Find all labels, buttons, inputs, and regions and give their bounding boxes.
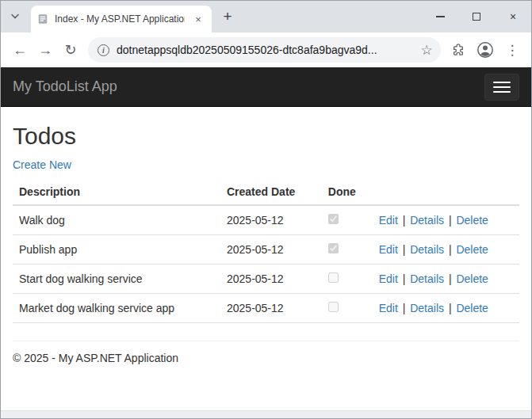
column-header-done: Done	[322, 179, 373, 205]
tab-title: Index - My ASP.NET Application	[55, 13, 185, 25]
back-button[interactable]: ←	[7, 37, 33, 63]
extensions-puzzle-icon	[451, 43, 465, 57]
action-separator: |	[446, 272, 454, 285]
table-row: Market dog walking service app 2025-05-1…	[13, 294, 519, 323]
tab-close-icon[interactable]: ×	[191, 12, 205, 26]
minimize-icon	[436, 16, 445, 17]
table-row: Walk dog 2025-05-12 Edit | Details | Del…	[13, 205, 519, 235]
edit-link[interactable]: Edit	[379, 214, 398, 227]
window-bottom-edge	[1, 410, 531, 418]
footer-divider	[13, 341, 519, 341]
details-link[interactable]: Details	[410, 272, 444, 285]
browser-window: Index - My ASP.NET Application × + × ← →…	[0, 0, 532, 419]
browser-menu-button[interactable]: ⋮	[499, 37, 525, 63]
done-checkbox	[328, 302, 339, 312]
close-window-button[interactable]: ×	[495, 1, 531, 32]
column-header-description: Description	[13, 179, 220, 205]
browser-toolbar: ← → ↻ i dotnetappsqldb20250509155026-dtc…	[1, 32, 531, 67]
action-separator: |	[446, 302, 454, 314]
delete-link[interactable]: Delete	[456, 272, 488, 285]
main-content: Todos Create New Description Created Dat…	[1, 107, 531, 410]
todo-description: Publish app	[13, 235, 220, 265]
navbar-hamburger-button[interactable]	[484, 74, 519, 101]
action-separator: |	[400, 272, 408, 285]
action-separator: |	[446, 243, 454, 256]
done-checkbox	[328, 272, 339, 283]
table-row: Start dog walking service 2025-05-12 Edi…	[13, 265, 519, 294]
edit-link[interactable]: Edit	[379, 243, 398, 256]
new-tab-button[interactable]: +	[216, 6, 239, 28]
toolbar-right-icons: ⋮	[446, 37, 525, 63]
create-new-link[interactable]: Create New	[13, 158, 71, 171]
bookmark-star-icon[interactable]: ☆	[415, 39, 438, 61]
delete-link[interactable]: Delete	[456, 243, 488, 256]
details-link[interactable]: Details	[410, 243, 444, 256]
todo-done-cell	[322, 205, 373, 235]
todo-done-cell	[322, 235, 373, 265]
forward-button[interactable]: →	[33, 37, 58, 63]
todo-done-cell	[322, 265, 373, 294]
maximize-button[interactable]	[458, 1, 495, 32]
web-page: My TodoList App Todos Create New Descrip…	[1, 67, 531, 410]
todo-created-date: 2025-05-12	[220, 294, 322, 323]
site-info-icon[interactable]: i	[98, 44, 109, 56]
todo-actions-cell: Edit | Details | Delete	[373, 205, 519, 235]
hamburger-icon	[493, 82, 511, 93]
column-header-actions	[373, 179, 519, 205]
todo-table-body: Walk dog 2025-05-12 Edit | Details | Del…	[13, 205, 519, 323]
done-checkbox	[328, 214, 339, 224]
done-checkbox	[328, 243, 339, 253]
todo-done-cell	[322, 294, 373, 323]
navbar-brand[interactable]: My TodoList App	[13, 78, 117, 95]
todo-description: Walk dog	[13, 205, 220, 235]
table-header-row: Description Created Date Done	[13, 179, 519, 205]
footer-text: © 2025 - My ASP.NET Application	[13, 352, 519, 364]
todo-table: Description Created Date Done Walk dog 2…	[13, 179, 519, 323]
delete-link[interactable]: Delete	[456, 214, 488, 227]
minimize-button[interactable]	[422, 1, 458, 32]
todo-created-date: 2025-05-12	[220, 265, 322, 294]
todo-created-date: 2025-05-12	[220, 235, 322, 265]
url-text[interactable]: dotnetappsqldb20250509155026-dtc8afa9bag…	[117, 44, 415, 56]
site-navbar: My TodoList App	[1, 67, 531, 107]
action-separator: |	[400, 243, 408, 256]
reload-button[interactable]: ↻	[58, 37, 83, 63]
delete-link[interactable]: Delete	[456, 302, 488, 314]
address-bar[interactable]: i dotnetappsqldb20250509155026-dtc8afa9b…	[88, 37, 441, 63]
action-separator: |	[446, 214, 454, 227]
maximize-icon	[473, 13, 480, 21]
todo-actions-cell: Edit | Details | Delete	[373, 294, 519, 323]
edit-link[interactable]: Edit	[379, 302, 398, 314]
profile-button[interactable]	[473, 37, 498, 63]
details-link[interactable]: Details	[410, 214, 444, 227]
tab-search-chevron-button[interactable]	[6, 7, 25, 26]
todo-created-date: 2025-05-12	[220, 205, 322, 235]
todo-description: Start dog walking service	[13, 265, 220, 294]
tab-strip: Index - My ASP.NET Application × + ×	[1, 1, 531, 32]
edit-link[interactable]: Edit	[379, 272, 398, 285]
page-title: Todos	[13, 123, 519, 150]
todo-actions-cell: Edit | Details | Delete	[373, 265, 519, 294]
extensions-button[interactable]	[446, 37, 471, 63]
profile-avatar-icon	[477, 41, 494, 59]
details-link[interactable]: Details	[410, 302, 444, 314]
todo-actions-cell: Edit | Details | Delete	[373, 235, 519, 265]
action-separator: |	[400, 302, 408, 314]
table-row: Publish app 2025-05-12 Edit | Details | …	[13, 235, 519, 265]
action-separator: |	[400, 214, 408, 227]
todo-description: Market dog walking service app	[13, 294, 220, 323]
column-header-created-date: Created Date	[220, 179, 322, 205]
site-footer: © 2025 - My ASP.NET Application	[13, 352, 519, 364]
browser-tab[interactable]: Index - My ASP.NET Application ×	[31, 6, 212, 32]
chevron-down-icon	[10, 13, 20, 20]
favicon-icon	[37, 13, 48, 25]
window-controls: ×	[422, 1, 531, 32]
